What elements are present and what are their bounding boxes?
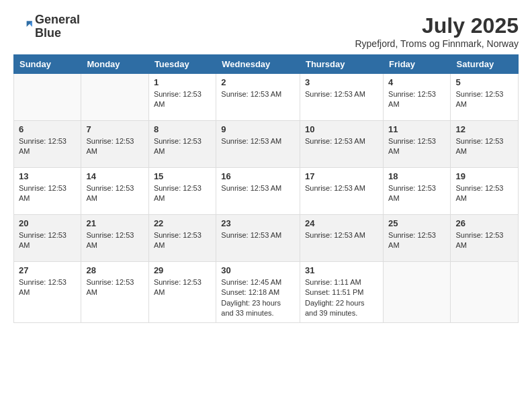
day-info: Sunrise: 12:53 AM xyxy=(305,89,378,99)
day-info: Sunrise: 12:53 AM xyxy=(19,277,76,298)
weekday-header-sunday: Sunday xyxy=(14,55,81,74)
day-number: 19 xyxy=(455,171,513,181)
day-number: 31 xyxy=(305,265,378,275)
weekday-header-wednesday: Wednesday xyxy=(216,55,300,74)
day-info: Sunrise: 12:53 AM xyxy=(86,277,143,298)
day-info: Sunrise: 12:53 AM xyxy=(388,230,445,251)
day-number: 25 xyxy=(388,218,445,228)
logo-icon xyxy=(13,17,32,36)
weekday-header-row: SundayMondayTuesdayWednesdayThursdayFrid… xyxy=(14,55,519,74)
calendar-cell: 28Sunrise: 12:53 AM xyxy=(81,262,148,323)
day-info: Sunrise: 12:53 AM xyxy=(154,89,211,110)
day-info: Sunrise: 12:53 AM xyxy=(19,183,76,204)
day-number: 11 xyxy=(388,124,445,134)
day-info: Sunrise: 12:53 AM xyxy=(455,136,513,157)
calendar-cell: 12Sunrise: 12:53 AM xyxy=(451,121,519,168)
day-number: 27 xyxy=(19,265,76,275)
calendar-cell: 22Sunrise: 12:53 AM xyxy=(148,215,216,262)
day-number: 20 xyxy=(19,218,76,228)
calendar-week-row: 13Sunrise: 12:53 AM14Sunrise: 12:53 AM15… xyxy=(14,168,519,215)
day-info: Sunrise: 12:53 AM xyxy=(86,183,143,204)
day-number: 16 xyxy=(221,171,295,181)
day-info: Sunrise: 12:53 AM xyxy=(19,230,76,251)
calendar-cell: 30Sunrise: 12:45 AM Sunset: 12:18 AM Day… xyxy=(216,262,300,323)
calendar-week-row: 27Sunrise: 12:53 AM28Sunrise: 12:53 AM29… xyxy=(14,262,519,323)
day-info: Sunrise: 12:53 AM xyxy=(455,89,513,110)
calendar-cell: 1Sunrise: 12:53 AM xyxy=(148,74,216,121)
day-info: Sunrise: 12:53 AM xyxy=(388,136,445,157)
calendar-cell: 10Sunrise: 12:53 AM xyxy=(300,121,383,168)
calendar-cell: 24Sunrise: 12:53 AM xyxy=(300,215,383,262)
day-info: Sunrise: 12:53 AM xyxy=(86,230,143,251)
calendar-cell: 14Sunrise: 12:53 AM xyxy=(81,168,148,215)
calendar-cell: 21Sunrise: 12:53 AM xyxy=(81,215,148,262)
day-info: Sunrise: 12:53 AM xyxy=(305,183,378,193)
calendar-cell: 29Sunrise: 12:53 AM xyxy=(148,262,216,323)
day-info: Sunrise: 12:53 AM xyxy=(154,277,211,298)
calendar-cell xyxy=(14,74,81,121)
day-number: 1 xyxy=(154,77,211,87)
day-number: 24 xyxy=(305,218,378,228)
calendar-cell: 16Sunrise: 12:53 AM xyxy=(216,168,300,215)
day-info: Sunrise: 12:53 AM xyxy=(455,230,513,251)
calendar-cell: 3Sunrise: 12:53 AM xyxy=(300,74,383,121)
calendar-cell: 13Sunrise: 12:53 AM xyxy=(14,168,81,215)
day-info: Sunrise: 12:53 AM xyxy=(221,136,295,146)
day-info: Sunrise: 12:45 AM Sunset: 12:18 AM Dayli… xyxy=(221,277,295,319)
calendar-week-row: 6Sunrise: 12:53 AM7Sunrise: 12:53 AM8Sun… xyxy=(14,121,519,168)
calendar-cell xyxy=(384,262,451,323)
day-info: Sunrise: 12:53 AM xyxy=(221,89,295,99)
day-number: 9 xyxy=(221,124,295,134)
calendar-cell: 7Sunrise: 12:53 AM xyxy=(81,121,148,168)
calendar-cell: 17Sunrise: 12:53 AM xyxy=(300,168,383,215)
day-number: 23 xyxy=(221,218,295,228)
title-area: July 2025 Rypefjord, Troms og Finnmark, … xyxy=(355,13,519,49)
day-number: 17 xyxy=(305,171,378,181)
calendar-cell: 18Sunrise: 12:53 AM xyxy=(384,168,451,215)
calendar-cell: 2Sunrise: 12:53 AM xyxy=(216,74,300,121)
day-number: 3 xyxy=(305,77,378,87)
day-info: Sunrise: 12:53 AM xyxy=(86,136,143,157)
calendar-cell: 23Sunrise: 12:53 AM xyxy=(216,215,300,262)
day-info: Sunrise: 12:53 AM xyxy=(388,183,445,204)
day-number: 4 xyxy=(388,77,445,87)
day-info: Sunrise: 12:53 AM xyxy=(305,230,378,240)
calendar-cell xyxy=(451,262,519,323)
logo: General Blue xyxy=(13,13,80,40)
page-header: General Blue July 2025 Rypefjord, Troms … xyxy=(13,13,519,49)
calendar-cell xyxy=(81,74,148,121)
calendar-cell: 27Sunrise: 12:53 AM xyxy=(14,262,81,323)
day-number: 2 xyxy=(221,77,295,87)
location: Rypefjord, Troms og Finnmark, Norway xyxy=(355,38,519,49)
calendar-cell: 26Sunrise: 12:53 AM xyxy=(451,215,519,262)
day-number: 7 xyxy=(86,124,143,134)
day-number: 22 xyxy=(154,218,211,228)
day-info: Sunrise: 12:53 AM xyxy=(154,230,211,251)
calendar-cell: 20Sunrise: 12:53 AM xyxy=(14,215,81,262)
logo-text: General Blue xyxy=(35,13,80,40)
weekday-header-thursday: Thursday xyxy=(300,55,383,74)
day-number: 5 xyxy=(455,77,513,87)
day-info: Sunrise: 12:53 AM xyxy=(455,183,513,204)
day-info: Sunrise: 12:53 AM xyxy=(154,136,211,157)
day-number: 26 xyxy=(455,218,513,228)
month-year: July 2025 xyxy=(355,13,519,38)
day-info: Sunrise: 12:53 AM xyxy=(388,89,445,110)
calendar-cell: 9Sunrise: 12:53 AM xyxy=(216,121,300,168)
calendar-cell: 15Sunrise: 12:53 AM xyxy=(148,168,216,215)
day-number: 6 xyxy=(19,124,76,134)
day-number: 30 xyxy=(221,265,295,275)
day-info: Sunrise: 12:53 AM xyxy=(154,183,211,204)
day-number: 10 xyxy=(305,124,378,134)
calendar-week-row: 1Sunrise: 12:53 AM2Sunrise: 12:53 AM3Sun… xyxy=(14,74,519,121)
calendar-cell: 5Sunrise: 12:53 AM xyxy=(451,74,519,121)
day-number: 28 xyxy=(86,265,143,275)
calendar-cell: 31Sunrise: 1:11 AM Sunset: 11:51 PM Dayl… xyxy=(300,262,383,323)
day-number: 15 xyxy=(154,171,211,181)
day-number: 18 xyxy=(388,171,445,181)
day-number: 8 xyxy=(154,124,211,134)
calendar-cell: 4Sunrise: 12:53 AM xyxy=(384,74,451,121)
day-info: Sunrise: 12:53 AM xyxy=(305,136,378,146)
day-info: Sunrise: 12:53 AM xyxy=(221,183,295,193)
calendar-cell: 6Sunrise: 12:53 AM xyxy=(14,121,81,168)
